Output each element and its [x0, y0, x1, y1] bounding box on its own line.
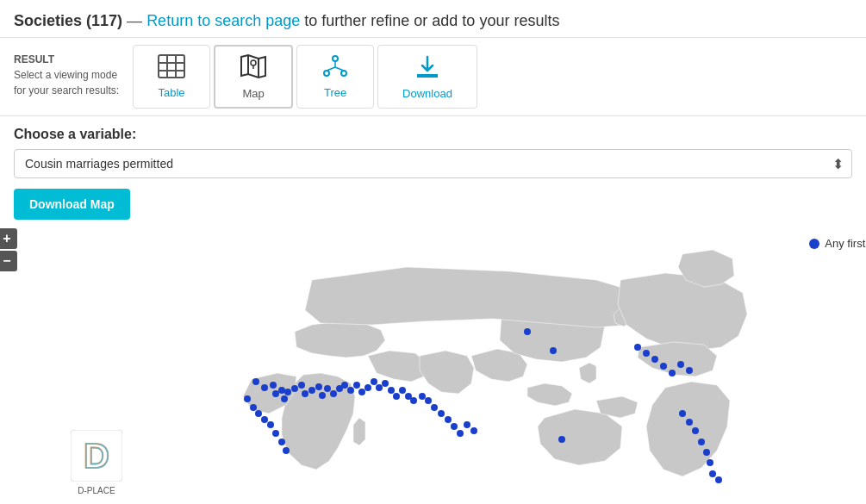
- svg-point-57: [457, 430, 464, 437]
- svg-point-28: [330, 390, 337, 397]
- svg-point-32: [353, 382, 360, 389]
- world-map-svg: [62, 228, 769, 504]
- svg-point-71: [686, 419, 693, 426]
- svg-point-54: [438, 410, 445, 417]
- svg-point-25: [315, 383, 322, 390]
- zoom-controls: + −: [0, 228, 17, 271]
- svg-point-66: [660, 363, 667, 370]
- svg-point-20: [284, 389, 291, 395]
- svg-point-27: [324, 385, 331, 392]
- tab-download-label: Download: [402, 87, 452, 100]
- variable-select-wrapper: Cousin marriages permitted ⬍: [14, 149, 852, 178]
- svg-point-37: [382, 380, 389, 387]
- download-icon: [414, 53, 441, 82]
- svg-line-12: [327, 67, 335, 71]
- svg-point-14: [252, 378, 259, 385]
- return-to-search-link[interactable]: Return to search page: [146, 12, 300, 29]
- svg-point-48: [272, 430, 279, 437]
- map-icon: [240, 53, 267, 82]
- title-count: (117): [86, 12, 122, 29]
- svg-point-46: [261, 416, 268, 423]
- svg-point-72: [692, 427, 699, 434]
- variable-select[interactable]: Cousin marriages permitted: [14, 149, 852, 178]
- svg-point-58: [464, 421, 470, 428]
- svg-point-62: [558, 436, 565, 443]
- svg-point-30: [341, 382, 348, 389]
- table-icon: [158, 54, 185, 81]
- tab-tree[interactable]: Tree: [296, 45, 374, 109]
- svg-point-74: [703, 449, 710, 456]
- svg-point-18: [278, 387, 285, 394]
- svg-point-56: [451, 423, 458, 430]
- zoom-in-button[interactable]: +: [0, 228, 17, 249]
- svg-point-70: [679, 410, 686, 417]
- svg-point-16: [270, 382, 277, 389]
- svg-point-43: [244, 395, 251, 402]
- title-suffix: to further refine or add to your results: [304, 12, 559, 29]
- download-map-button[interactable]: Download Map: [14, 189, 130, 220]
- svg-point-55: [445, 416, 452, 423]
- view-tabs: Table Map: [133, 45, 481, 109]
- svg-point-53: [431, 404, 438, 411]
- svg-point-21: [291, 385, 298, 392]
- svg-point-34: [364, 384, 371, 391]
- svg-point-22: [298, 382, 305, 389]
- map-container: D D D-PLACE Any first cousins: [62, 228, 769, 504]
- dplace-logo: D D D-PLACE: [71, 430, 122, 495]
- tab-table[interactable]: Table: [133, 45, 210, 109]
- svg-point-51: [419, 393, 426, 400]
- svg-line-13: [335, 67, 344, 71]
- svg-point-64: [643, 350, 650, 357]
- map-legend: Any first cousins: [809, 237, 866, 250]
- page-title: Societies (117): [14, 12, 127, 29]
- tab-map[interactable]: Map: [214, 45, 293, 109]
- tab-map-label: Map: [242, 87, 264, 100]
- svg-point-33: [358, 389, 365, 395]
- svg-point-68: [677, 361, 684, 368]
- svg-point-75: [707, 459, 713, 466]
- choose-variable-heading: Choose a variable:: [14, 127, 852, 142]
- legend-dot: [809, 239, 819, 249]
- svg-point-61: [550, 347, 557, 354]
- svg-point-10: [341, 71, 346, 76]
- svg-point-50: [283, 447, 290, 454]
- svg-point-23: [302, 390, 308, 397]
- svg-point-19: [281, 395, 288, 402]
- svg-point-31: [347, 387, 354, 394]
- svg-point-59: [470, 427, 477, 434]
- svg-point-76: [709, 470, 716, 477]
- svg-point-52: [425, 397, 432, 404]
- svg-point-17: [272, 390, 279, 397]
- svg-point-44: [250, 404, 257, 411]
- svg-point-8: [333, 56, 338, 61]
- legend-label: Any first cousins: [825, 237, 866, 250]
- svg-point-26: [319, 392, 326, 399]
- svg-point-60: [524, 328, 531, 335]
- tab-download[interactable]: Download: [377, 45, 477, 109]
- svg-point-69: [686, 367, 693, 374]
- title-separator: —: [127, 12, 146, 29]
- svg-point-7: [251, 60, 256, 65]
- svg-point-65: [651, 356, 658, 363]
- svg-rect-0: [159, 55, 184, 78]
- svg-point-38: [388, 387, 395, 394]
- title-text: Societies: [14, 12, 82, 29]
- svg-point-24: [308, 387, 315, 394]
- tab-tree-label: Tree: [324, 86, 346, 99]
- tree-icon: [321, 54, 349, 81]
- svg-point-67: [669, 370, 676, 376]
- result-label: RESULT Select a viewing mode for your se…: [14, 45, 133, 109]
- svg-point-40: [399, 387, 406, 394]
- svg-point-45: [255, 410, 262, 417]
- svg-point-47: [267, 421, 274, 428]
- dplace-label: D-PLACE: [71, 486, 122, 495]
- svg-text:D: D: [84, 435, 109, 476]
- zoom-out-button[interactable]: −: [0, 251, 17, 271]
- svg-point-63: [634, 344, 641, 351]
- svg-point-35: [371, 378, 377, 385]
- tab-table-label: Table: [159, 86, 185, 99]
- svg-point-42: [410, 397, 417, 404]
- svg-point-49: [278, 439, 285, 445]
- svg-point-77: [715, 476, 722, 483]
- svg-point-15: [261, 384, 268, 391]
